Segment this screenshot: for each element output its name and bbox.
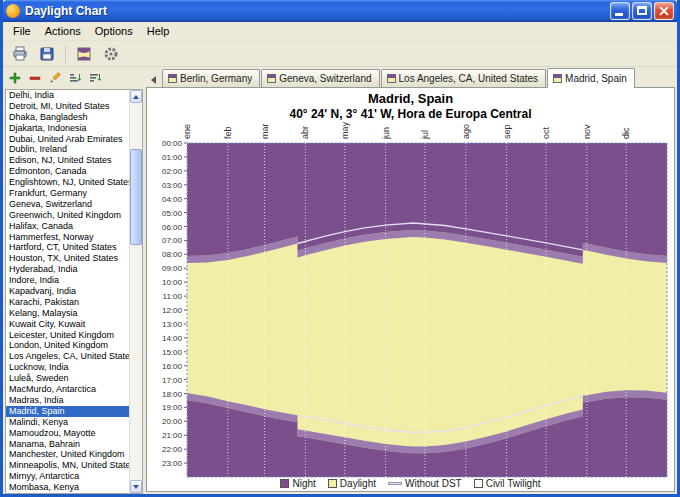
legend-swatch-daylight	[328, 479, 337, 488]
y-axis-tick-label: 04:00	[161, 195, 182, 204]
city-list-item[interactable]: Dhaka, Bangladesh	[6, 112, 129, 123]
maximize-button[interactable]	[632, 2, 652, 20]
x-axis-month-label: jul	[420, 130, 430, 140]
city-list-item[interactable]: Hyderabad, India	[6, 264, 129, 275]
city-list-item[interactable]: Englishtown, NJ, United States	[6, 177, 129, 188]
scrollbar-thumb[interactable]	[130, 149, 142, 245]
tab-los-angeles-ca-united-states[interactable]: Los Angeles, CA, United States	[381, 69, 547, 87]
city-list-item[interactable]: Mombasa, Kenya	[6, 482, 129, 493]
tab-geneva-switzerland[interactable]: Geneva, Switzerland	[261, 69, 379, 87]
legend-item-civil-twilight: Civil Twilight	[474, 478, 541, 489]
x-axis-month-label: ago	[460, 124, 470, 139]
city-list-item[interactable]: Delhi, India	[6, 90, 129, 101]
city-list-item[interactable]: Minneapolis, MN, United States	[6, 460, 129, 471]
city-list-item[interactable]: Halifax, Canada	[6, 221, 129, 232]
y-axis-tick-label: 10:00	[161, 278, 182, 287]
menu-item-help[interactable]: Help	[140, 23, 177, 39]
y-axis-tick-label: 06:00	[161, 223, 182, 232]
sort-ascending-button[interactable]	[66, 70, 84, 87]
x-axis-month-label: sep	[501, 124, 511, 139]
add-location-icon	[9, 72, 21, 84]
city-list-item[interactable]: Kelang, Malaysia	[6, 308, 129, 319]
menu-item-options[interactable]: Options	[88, 23, 140, 39]
y-axis-tick-label: 18:00	[161, 390, 182, 399]
x-axis-month-label: feb	[222, 126, 232, 139]
city-list-item[interactable]: Hartford, CT, United States	[6, 242, 129, 253]
locations-toolbar	[3, 67, 143, 89]
tab-scroll-left-button[interactable]	[147, 72, 160, 87]
city-list-item[interactable]: MacMurdo, Antarctica	[6, 384, 129, 395]
city-list-item[interactable]: Madrid, Spain	[6, 406, 129, 417]
chart-legend: NightDaylightWithout DSTCivil Twilight	[147, 476, 674, 491]
y-axis-tick-label: 05:00	[161, 209, 182, 218]
city-list-item[interactable]: Dublin, Ireland	[6, 144, 129, 155]
remove-location-button[interactable]	[26, 70, 44, 87]
minimize-button[interactable]	[610, 2, 630, 20]
legend-item-night: Night	[280, 478, 315, 489]
tab-madrid-spain[interactable]: Madrid, Spain	[547, 68, 635, 88]
menu-item-actions[interactable]: Actions	[38, 23, 88, 39]
city-list-item[interactable]: Leicester, United Kingdom	[6, 330, 129, 341]
sort-descending-button[interactable]	[86, 70, 104, 87]
legend-label: Night	[292, 478, 315, 489]
y-axis-tick-label: 17:00	[161, 376, 182, 385]
daylight-plot: enefebmarabrmayjunjulagosepoctnovdic00:0…	[147, 121, 674, 476]
city-list-item[interactable]: Djakarta, Indonesia	[6, 123, 129, 134]
y-axis-tick-label: 20:00	[161, 417, 182, 426]
city-list-item[interactable]: Edmonton, Canada	[6, 166, 129, 177]
window-controls	[610, 2, 674, 20]
legend-item-without-dst: Without DST	[388, 478, 462, 489]
scroll-up-button[interactable]	[130, 90, 142, 103]
city-list-item[interactable]: Houston, TX, United States	[6, 253, 129, 264]
save-button[interactable]	[35, 43, 59, 65]
x-axis-month-label: may	[339, 121, 349, 139]
city-list-item[interactable]: Los Angeles, CA, United States	[6, 351, 129, 362]
city-list-item[interactable]: Manchester, United Kingdom	[6, 449, 129, 460]
options-button[interactable]	[99, 43, 123, 65]
y-axis-tick-label: 12:00	[161, 306, 182, 315]
scroll-down-button[interactable]	[130, 480, 142, 493]
options-icon	[103, 46, 119, 62]
close-button[interactable]	[654, 2, 674, 20]
city-list-item[interactable]: Detroit, MI, United States	[6, 101, 129, 112]
edit-location-button[interactable]	[46, 70, 64, 87]
city-list-item[interactable]: Frankfurt, Germany	[6, 188, 129, 199]
legend-swatch-night	[280, 479, 289, 488]
city-list-item[interactable]: Greenwich, United Kingdom	[6, 210, 129, 221]
city-list-item[interactable]: Luleå, Sweden	[6, 373, 129, 384]
toolbar-separator	[65, 45, 66, 63]
scrollbar-track[interactable]	[130, 103, 142, 480]
title-bar[interactable]: Daylight Chart	[3, 0, 677, 22]
city-list-item[interactable]: Mamoudzou, Mayotte	[6, 428, 129, 439]
x-axis-month-label: dic	[621, 127, 631, 139]
city-list-item[interactable]: Edison, NJ, United States	[6, 155, 129, 166]
city-list-scrollbar[interactable]	[129, 90, 142, 493]
city-list-item[interactable]: Karachi, Pakistan	[6, 297, 129, 308]
edit-location-icon	[49, 72, 61, 84]
city-list-item[interactable]: Kuwait City, Kuwait	[6, 319, 129, 330]
tab-berlin-germany[interactable]: Berlin, Germany	[162, 69, 260, 87]
city-list-item[interactable]: Madras, India	[6, 395, 129, 406]
y-axis-tick-label: 00:00	[161, 139, 182, 148]
city-list-item[interactable]: Lucknow, India	[6, 362, 129, 373]
add-location-button[interactable]	[6, 70, 24, 87]
city-list-item[interactable]: Indore, India	[6, 275, 129, 286]
city-list-item[interactable]: Manama, Bahrain	[6, 439, 129, 450]
y-axis-tick-label: 02:00	[161, 167, 182, 176]
city-list-item[interactable]: Geneva, Switzerland	[6, 199, 129, 210]
print-button[interactable]	[8, 43, 32, 65]
city-list-item[interactable]: Dubai, United Arab Emirates	[6, 134, 129, 145]
main-content: Delhi, IndiaDetroit, MI, United StatesDh…	[3, 67, 677, 494]
menu-item-file[interactable]: File	[6, 23, 38, 39]
chart-button[interactable]	[72, 43, 96, 65]
legend-swatch-without-dst	[388, 482, 402, 485]
city-list-item[interactable]: London, United Kingdom	[6, 340, 129, 351]
menu-bar: FileActionsOptionsHelp	[3, 22, 677, 41]
city-list-item[interactable]: Hammerfest, Norway	[6, 232, 129, 243]
chart-panel: Madrid, Spain 40° 24' N, 3° 41' W, Hora …	[146, 87, 675, 492]
city-list-item[interactable]: Malindi, Kenya	[6, 417, 129, 428]
city-list-container: Delhi, IndiaDetroit, MI, United StatesDh…	[5, 89, 143, 494]
chart-area: Berlin, GermanyGeneva, SwitzerlandLos An…	[146, 67, 677, 494]
city-list-item[interactable]: Mirnyy, Antarctica	[6, 471, 129, 482]
city-list-item[interactable]: Kapadvanj, India	[6, 286, 129, 297]
